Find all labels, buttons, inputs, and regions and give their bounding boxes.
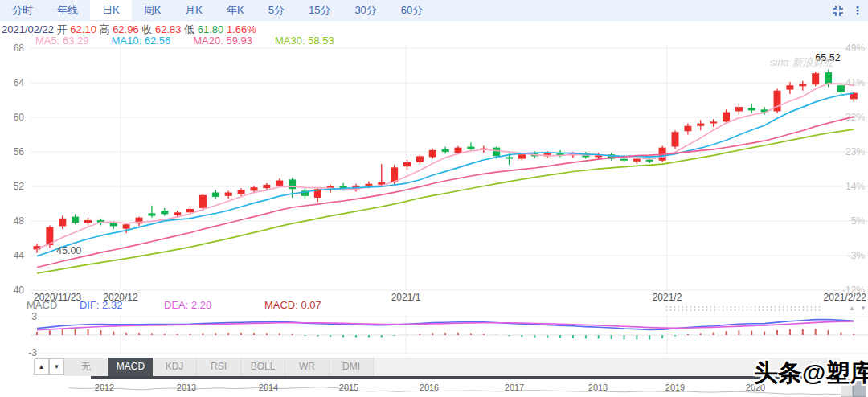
price-annotation: 45.00 <box>56 245 81 256</box>
candle-body <box>365 184 372 186</box>
candle-body <box>72 217 79 223</box>
candle-body <box>212 193 219 197</box>
y-axis-right-label: 14% <box>845 181 865 192</box>
timeline-year-2013: 2013 <box>177 383 196 392</box>
candle-body <box>403 162 411 166</box>
candle-body <box>148 213 155 215</box>
macd-axis-label: 3 <box>31 311 37 322</box>
candle-body <box>59 219 66 227</box>
y-axis-label: 40 <box>14 284 25 296</box>
stock-chart-app: 分时年线日K周K月K年K5分15分30分60分 ⋮ 2021/02/22 开 6… <box>0 0 868 397</box>
timeline-year-2012: 2012 <box>95 383 114 392</box>
macd-legend: MACD DIF: 2.32 DEA: 2.28 MACD: 0.07 <box>27 299 321 311</box>
y-axis-right-label: 41% <box>845 77 865 88</box>
candle-body <box>263 185 270 188</box>
candle-body <box>493 148 500 157</box>
candle-body <box>84 220 92 223</box>
candle-body <box>646 160 653 162</box>
candle-body <box>633 159 641 162</box>
candle-body <box>518 154 526 158</box>
candle-body <box>799 84 806 86</box>
macd-indicator-name: MACD <box>27 299 57 311</box>
pane-resize-arrows[interactable]: ▲▼ <box>849 305 868 312</box>
candle-body <box>506 157 513 158</box>
macd-hist-value: MACD: 0.07 <box>264 299 321 311</box>
ma-line-MA20 <box>37 117 854 267</box>
candle-body <box>684 126 691 131</box>
y-axis-label: 68 <box>14 43 25 54</box>
timeline-year-2015: 2015 <box>339 383 358 392</box>
macd-dea-value: DEA: 2.28 <box>164 299 211 311</box>
candle-body <box>825 72 832 84</box>
brand-watermark: sina 新浪财经 <box>770 56 835 68</box>
candle-body <box>110 223 117 226</box>
timeline-year-2016: 2016 <box>420 383 439 392</box>
candle-body <box>250 187 257 190</box>
indicator-tab-BOLL[interactable]: BOLL <box>241 358 285 376</box>
y-axis-label: 56 <box>14 146 25 158</box>
indicator-tab-DMI[interactable]: DMI <box>330 358 374 376</box>
scale-down-button[interactable]: ▼ <box>49 358 64 375</box>
candle-body <box>697 124 704 126</box>
x-axis-label: 2021/2 <box>653 292 682 303</box>
candle-body <box>123 224 130 228</box>
candle-body <box>238 190 245 194</box>
candle-body <box>225 193 232 196</box>
candle-body <box>174 212 181 215</box>
indicator-tabbar: ▲ ▼ 无MACDKDJRSIBOLLWRDMI <box>0 358 868 376</box>
candle-body <box>837 85 845 92</box>
candle-body <box>276 180 283 185</box>
candle-body <box>786 85 793 89</box>
candle-body <box>710 121 717 123</box>
timeline-year-2017: 2017 <box>505 383 524 392</box>
candle-body <box>723 113 730 122</box>
candle-body <box>672 132 679 146</box>
timeline-year-2014: 2014 <box>259 383 278 392</box>
candle-body <box>416 156 424 162</box>
candle-body <box>289 179 296 189</box>
y-axis-right-label: -3% <box>848 250 866 261</box>
y-axis-label: 52 <box>14 181 25 192</box>
x-axis-label: 2021/1 <box>391 292 421 303</box>
indicator-tab-MACD[interactable]: MACD <box>108 358 153 376</box>
candle-body <box>186 209 194 212</box>
indicator-tab-无[interactable]: 无 <box>64 358 108 376</box>
indicator-tab-RSI[interactable]: RSI <box>197 358 241 376</box>
indicator-tab-WR[interactable]: WR <box>285 358 330 376</box>
y-axis-label: 60 <box>14 112 25 123</box>
y-axis-right-label: 5% <box>851 215 866 227</box>
candle-body <box>455 148 462 153</box>
candle-body <box>735 107 743 111</box>
indicator-tab-KDJ[interactable]: KDJ <box>153 358 197 376</box>
candle-body <box>442 149 449 152</box>
macd-dif-value: DIF: 2.32 <box>80 299 122 311</box>
ma-line-MA5 <box>37 84 854 249</box>
timeline-year-2019: 2019 <box>665 383 685 392</box>
candle-body <box>467 147 474 149</box>
candle-body <box>161 211 168 214</box>
indicator-tabs: 无MACDKDJRSIBOLLWRDMI <box>64 358 374 376</box>
scale-up-button[interactable]: ▲ <box>34 358 49 375</box>
candle-body <box>812 73 819 84</box>
y-axis-label: 44 <box>14 250 25 261</box>
headline-watermark: 头条@塑库网 <box>754 357 868 390</box>
timeline-year-2018: 2018 <box>588 383 608 392</box>
pane-resize-handle[interactable] <box>665 305 822 313</box>
y-axis-label: 48 <box>14 215 25 227</box>
timeline-navigator[interactable]: 201220132014201520162017201820192020 <box>0 379 868 397</box>
y-axis-right-label: 49% <box>845 43 865 54</box>
y-axis-right-label: 23% <box>845 146 865 158</box>
y-axis-label: 64 <box>14 77 25 88</box>
candle-body <box>748 108 755 110</box>
candle-body <box>620 159 628 161</box>
macd-axis-label: -3 <box>28 347 37 358</box>
candle-body <box>429 150 436 158</box>
x-axis-label: 2021/2/22 <box>824 292 867 303</box>
candle-body <box>199 195 207 208</box>
